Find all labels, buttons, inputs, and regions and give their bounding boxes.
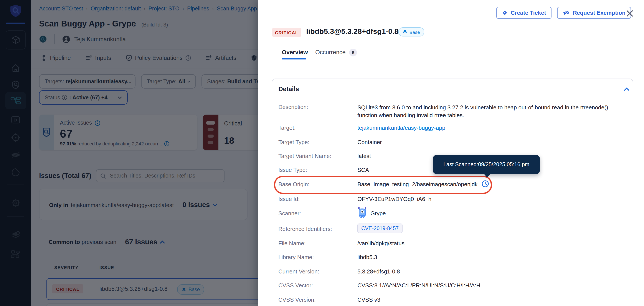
base-origin-annotation-oval [274,176,492,194]
field-value-target-type: Container [358,139,382,145]
ticket-diamond-icon [502,10,508,16]
field-label: Target Variant Name: [278,153,331,159]
occurrence-count-badge: 6 [349,49,357,56]
app-window: Account: STO test›Organization: default›… [0,0,644,306]
field-label: Issue Id: [278,196,300,202]
last-scanned-tooltip-text: Last Scanned:09/25/2025 05:16 pm [443,161,529,168]
create-ticket-label: Create Ticket [511,9,546,16]
details-heading: Details [278,85,299,92]
exemption-eye-off-icon [563,10,570,16]
field-label: Current Version: [278,268,319,275]
close-icon [626,9,634,17]
field-value-description: SQLite3 from 3.6.0 to and including 3.27… [358,104,627,119]
drawer-base-tag-label: Base [410,29,420,34]
drawer-tab-occurrence[interactable]: Occurrence [315,49,346,55]
drawer-tab-overview[interactable]: Overview [282,49,308,55]
last-scanned-tooltip: Last Scanned:09/25/2025 05:16 pm [433,155,540,174]
layers-icon [402,29,407,34]
grype-scanner-icon [356,206,368,218]
collapse-chevron-icon[interactable] [624,87,630,91]
field-label: CVSS Vector: [278,282,313,289]
field-value-library-name: libdb5.3 [358,254,377,261]
field-label: Target: [278,125,296,131]
request-exemption-label: Request Exemption [573,9,626,16]
close-drawer-button[interactable] [626,9,634,17]
field-label: Issue Type: [278,167,307,173]
drawer-base-tag: Base [398,27,424,36]
field-label: Reference Identifiers: [278,226,332,232]
field-label: Library Name: [278,254,314,261]
field-value-cve-chip[interactable]: CVE-2019-8457 [358,224,402,233]
field-value-issue-id: OFYV-3EuP1wDYOq0_iA6_h [358,196,432,202]
field-label: Target Type: [278,139,310,145]
field-value-target-variant: latest [358,153,371,159]
field-value-cvss-vector: CVSS:3.1/AV:N/AC:L/PR:N/UI:N/S:U/C:H/I:H… [358,282,480,289]
field-value-file-name: /var/lib/dpkg/status [358,240,404,247]
field-label: Scanner: [278,210,301,217]
modal-dim-overlay[interactable] [0,0,258,306]
field-value-current-version: 5.3.28+dfsg1-0.8 [358,268,400,275]
field-value-scanner: Grype [370,210,386,217]
field-label: File Name: [278,240,306,247]
issue-details-drawer: Create Ticket Request Exemption CRITICAL… [258,0,644,306]
drawer-severity-badge: CRITICAL [272,28,301,37]
drawer-issue-title: libdb5.3@5.3.28+dfsg1-0.8 [306,27,398,36]
field-label: CVSS Version: [278,297,316,303]
field-label: Description: [278,104,308,110]
create-ticket-button[interactable]: Create Ticket [496,7,552,19]
field-value-target-link[interactable]: tejakummarikuntla/easy-buggy-app [358,125,445,131]
field-value-cvss-version: CVSS v3 [358,297,380,303]
drawer-tabs-divider [270,61,632,61]
active-tab-underline [282,58,306,59]
request-exemption-button[interactable]: Request Exemption [557,7,631,19]
field-value-issue-type: SCA [358,167,369,173]
